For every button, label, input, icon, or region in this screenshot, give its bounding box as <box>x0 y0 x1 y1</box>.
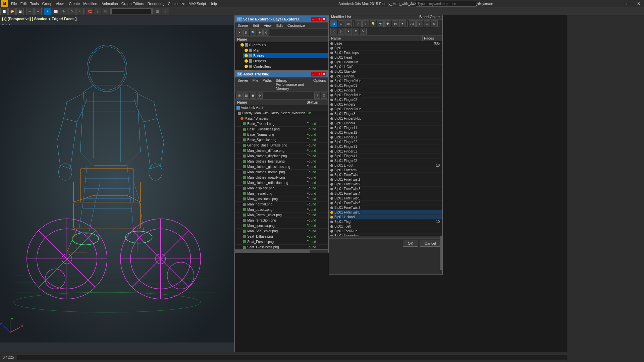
se-tool-4[interactable]: ⊕ <box>257 29 263 36</box>
at-tool-3[interactable]: ▣ <box>250 93 256 99</box>
save-btn[interactable]: 💾 <box>16 8 24 15</box>
at-row-tex-20[interactable]: Man_specular.png Found <box>235 223 328 229</box>
select-region-btn[interactable]: ⬜ <box>52 8 59 15</box>
angle-snap-btn[interactable]: ∠ <box>94 8 101 15</box>
menu-tools[interactable]: Tools <box>29 0 41 7</box>
asset-tracking-titlebar[interactable]: AT Asset Tracking ─ □ ✕ <box>235 71 328 77</box>
sfs-filter-lights[interactable]: 💡 <box>370 20 376 27</box>
sfs-row-headhub[interactable]: Bip01 HeadHub <box>329 60 442 65</box>
menu-views[interactable]: Views <box>54 0 67 7</box>
sfs-row-foretwist7[interactable]: Bip01 ForeTwist7 <box>329 205 442 210</box>
at-close[interactable]: ✕ <box>322 72 326 76</box>
at-menu-server[interactable]: Server <box>236 78 249 91</box>
menu-maxscript[interactable]: MAXScript <box>187 0 208 7</box>
move-btn[interactable]: ✛ <box>60 8 67 15</box>
at-menu-file[interactable]: File <box>251 78 259 91</box>
sfs-display-subtree[interactable]: ⊞ <box>424 20 430 27</box>
at-menu-bitmap-perf[interactable]: Bitmap Performance and Memory <box>275 78 310 91</box>
at-row-tex-18[interactable]: Man_Overall_color.png Found <box>235 213 328 218</box>
sfs-nav-1[interactable]: ◁ <box>330 28 337 35</box>
sfs-row-head[interactable]: Bip01 Head <box>329 55 442 60</box>
at-row-tex-13[interactable]: Man_displace.png Found <box>235 186 328 191</box>
sfs-case-sensitive[interactable]: Aa <box>409 20 416 27</box>
se-menu-edit[interactable]: Edit <box>252 23 260 28</box>
sfs-row-finger4[interactable]: Bip01 Finger4 <box>329 121 442 126</box>
se-tool-5[interactable]: ⊙ <box>263 29 269 36</box>
sfs-filter-cameras[interactable]: 📷 <box>377 20 384 27</box>
at-row-tex-9[interactable]: Man_clothes_glossiness.png Found <box>235 164 328 170</box>
scene-explorer-minimize[interactable]: ─ <box>311 17 316 21</box>
at-row-tex-17[interactable]: Man_opacity.png Found <box>235 207 328 213</box>
open-btn[interactable]: 📂 <box>8 8 16 15</box>
sfs-row-finger31[interactable]: Bip01 Finger31 <box>329 144 442 149</box>
sfs-row-lhand[interactable]: Bip01 L Hand <box>329 215 442 220</box>
sfs-row-foretwist4[interactable]: Bip01 ForeTwist4 <box>329 191 442 196</box>
at-row-tex-19[interactable]: Man_refraction.png Found <box>235 218 328 223</box>
at-tool-1[interactable]: ⊞ <box>236 93 243 99</box>
at-tool-settings[interactable]: ⚙ <box>321 93 327 99</box>
se-menu-view[interactable]: View <box>263 23 273 28</box>
scene-explorer-titlebar[interactable]: SE Scene Explorer - Layer Explorer ─ □ ✕ <box>235 16 328 22</box>
at-tool-4[interactable]: ⊙ <box>257 93 263 99</box>
sfs-row-finger11[interactable]: Bip01 Finger11 <box>329 126 442 130</box>
at-tool-2[interactable]: ▦ <box>243 93 249 99</box>
sfs-row-finger22[interactable]: Bip01 Finger22 <box>329 140 442 144</box>
se-item-man[interactable]: Man <box>243 48 328 53</box>
sfs-nav-4[interactable]: ▼ <box>353 28 359 35</box>
sfs-nav-5[interactable]: ↖ <box>360 28 367 35</box>
layer-btn[interactable]: ◫ <box>154 8 161 15</box>
menu-group[interactable]: Group <box>40 0 54 7</box>
sfs-row-lfoot[interactable]: Bip01 L Foot 10 <box>329 163 442 168</box>
scene-explorer-restore[interactable]: □ <box>316 17 321 21</box>
at-menu-options[interactable]: Options <box>312 78 327 91</box>
se-menu-scene[interactable]: Scene <box>236 23 249 28</box>
at-row-tex-3[interactable]: Base_Normal.png Found <box>235 132 328 137</box>
at-row-vault[interactable]: Autodesk Vault <box>235 105 328 111</box>
sfs-filter-all[interactable]: ✦ <box>399 20 406 27</box>
se-item-helpers[interactable]: Helpers <box>243 58 328 64</box>
menu-animation[interactable]: Animation <box>100 0 120 7</box>
at-row-tex-8[interactable]: Man_clothes_fresnel.png Found <box>235 159 328 164</box>
sfs-select-all[interactable]: ⊡ <box>330 20 337 27</box>
sfs-row-foretwist5[interactable]: Bip01 ForeTwist5 <box>329 196 442 201</box>
at-row-maps[interactable]: Maps / Shaders <box>235 116 328 121</box>
sfs-filter-helpers[interactable]: ✚ <box>384 20 391 27</box>
se-tool-1[interactable]: ✕ <box>236 29 243 36</box>
at-row-tex-14[interactable]: Man_fresnel.png Found <box>235 191 328 196</box>
sfs-row-footsteps[interactable]: Bip01 Footsteps <box>329 51 442 55</box>
sfs-row-finger41[interactable]: Bip01 Finger41 <box>329 154 442 159</box>
at-row-tex-11[interactable]: Man_clothes_opacity.png Found <box>235 175 328 180</box>
sfs-row-forearm[interactable]: Bip01 Forearm <box>329 168 442 173</box>
sfs-ok-btn[interactable]: OK <box>403 240 418 247</box>
sfs-row-finger42[interactable]: Bip01 Finger42 <box>329 159 442 163</box>
sfs-nav-3[interactable]: ▲ <box>345 28 352 35</box>
sfs-filter-shapes[interactable]: ○ <box>362 20 369 27</box>
sfs-row-finger0nub[interactable]: Bip01 Finger0Nub <box>329 79 442 83</box>
sfs-row-finger02[interactable]: Bip01 Finger02 <box>329 98 442 102</box>
select-btn[interactable]: ↖ <box>44 8 51 15</box>
se-tool-3[interactable]: 🔍 <box>250 29 256 36</box>
sfs-row-foretwist1[interactable]: Bip01 ForeTwist1 <box>329 177 442 182</box>
at-row-tex-2[interactable]: Base_Glossiness.png Found <box>235 127 328 132</box>
menu-modifiers[interactable]: Modifiers <box>82 0 100 7</box>
at-row-tex-5[interactable]: Generic_Base_Diffuse.png Found <box>235 143 328 148</box>
se-menu-edit2[interactable]: Edit <box>275 23 284 28</box>
sfs-row-foretwist2[interactable]: Bip01 ForeTwist2 <box>329 182 442 187</box>
at-row-tex-12[interactable]: Man_clothes_reflection.png Found <box>235 180 328 186</box>
se-menu-customize[interactable]: Customize <box>286 23 306 28</box>
at-row-tex-10[interactable]: Man_clothes_normal.png Found <box>235 170 328 175</box>
undo-btn[interactable]: ↩ <box>26 8 34 15</box>
sfs-row-base[interactable]: Base 935 <box>329 41 442 46</box>
redo-btn[interactable]: ↪ <box>34 8 42 15</box>
restore-btn[interactable]: □ <box>623 0 633 7</box>
at-menu-paths[interactable]: Paths <box>261 78 273 91</box>
at-row-tex-22[interactable]: Seat_Diffuse.png Found <box>235 234 328 239</box>
sfs-row-toe0[interactable]: Bip01 Toe0 <box>329 224 442 229</box>
sfs-row-finger21[interactable]: Bip01 Finger21 <box>329 135 442 140</box>
sfs-row-bip01[interactable]: Bip01 <box>329 46 442 51</box>
sfs-row-toe0nub[interactable]: Bip01 Toe0Nub <box>329 229 442 234</box>
at-scroll-horizontal[interactable] <box>235 249 328 253</box>
sfs-row-foretwist3[interactable]: Bip01 ForeTwist3 <box>329 187 442 191</box>
percent-snap-btn[interactable]: % <box>102 8 109 15</box>
sfs-row-finger12[interactable]: Bip01 Finger12 <box>329 130 442 135</box>
